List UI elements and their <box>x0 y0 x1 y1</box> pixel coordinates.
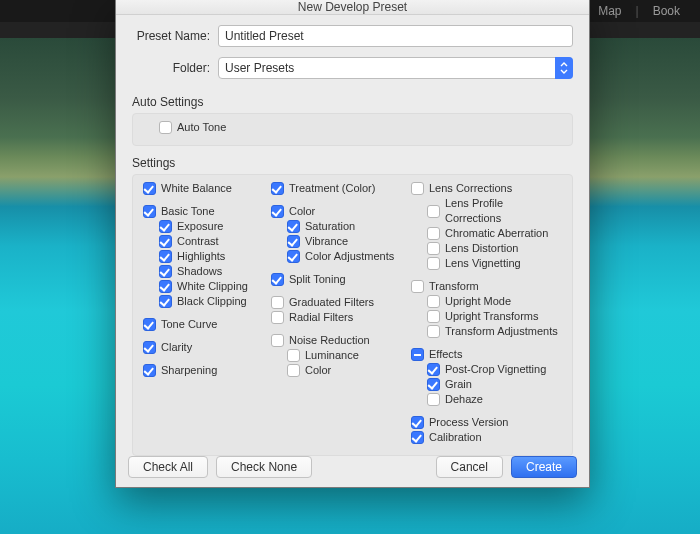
color-adjustments-checkbox[interactable]: Color Adjustments <box>271 249 405 264</box>
exposure-checkbox[interactable]: Exposure <box>143 219 265 234</box>
preset-name-label: Preset Name: <box>132 29 218 43</box>
white-balance-checkbox[interactable]: White Balance <box>143 181 265 196</box>
upright-mode-checkbox[interactable]: Upright Mode <box>411 294 562 309</box>
lens-corrections-checkbox[interactable]: Lens Corrections <box>411 181 562 196</box>
saturation-checkbox[interactable]: Saturation <box>271 219 405 234</box>
basic-tone-checkbox[interactable]: Basic Tone <box>143 204 265 219</box>
settings-label: Settings <box>132 156 573 170</box>
dehaze-checkbox[interactable]: Dehaze <box>411 392 562 407</box>
color-checkbox[interactable]: Color <box>271 204 405 219</box>
folder-label: Folder: <box>132 61 218 75</box>
tab-book[interactable]: Book <box>653 4 680 18</box>
noise-reduction-checkbox[interactable]: Noise Reduction <box>271 333 405 348</box>
black-clipping-checkbox[interactable]: Black Clipping <box>143 294 265 309</box>
folder-select-value: User Presets <box>225 61 294 75</box>
chromatic-checkbox[interactable]: Chromatic Aberration <box>411 226 562 241</box>
effects-checkbox[interactable]: Effects <box>411 347 562 362</box>
clarity-checkbox[interactable]: Clarity <box>143 340 265 355</box>
graduated-filters-checkbox[interactable]: Graduated Filters <box>271 295 405 310</box>
tab-map[interactable]: Map <box>598 4 621 18</box>
check-all-button[interactable]: Check All <box>128 456 208 478</box>
highlights-checkbox[interactable]: Highlights <box>143 249 265 264</box>
chevron-up-down-icon[interactable] <box>555 57 573 79</box>
create-button[interactable]: Create <box>511 456 577 478</box>
treatment-color-checkbox[interactable]: Treatment (Color) <box>271 181 405 196</box>
auto-tone-checkbox[interactable]: Auto Tone <box>159 120 226 135</box>
transform-adjustments-checkbox[interactable]: Transform Adjustments <box>411 324 562 339</box>
nr-color-checkbox[interactable]: Color <box>271 363 405 378</box>
tone-curve-checkbox[interactable]: Tone Curve <box>143 317 265 332</box>
auto-settings-label: Auto Settings <box>132 95 573 109</box>
white-clipping-checkbox[interactable]: White Clipping <box>143 279 265 294</box>
preset-name-input[interactable] <box>218 25 573 47</box>
sharpening-checkbox[interactable]: Sharpening <box>143 363 265 378</box>
transform-checkbox[interactable]: Transform <box>411 279 562 294</box>
check-none-button[interactable]: Check None <box>216 456 312 478</box>
radial-filters-checkbox[interactable]: Radial Filters <box>271 310 405 325</box>
folder-select[interactable]: User Presets <box>218 57 573 79</box>
split-toning-checkbox[interactable]: Split Toning <box>271 272 405 287</box>
distortion-checkbox[interactable]: Lens Distortion <box>411 241 562 256</box>
luminance-checkbox[interactable]: Luminance <box>271 348 405 363</box>
vibrance-checkbox[interactable]: Vibrance <box>271 234 405 249</box>
shadows-checkbox[interactable]: Shadows <box>143 264 265 279</box>
dialog-title: New Develop Preset <box>116 0 589 15</box>
vignetting-checkbox[interactable]: Lens Vignetting <box>411 256 562 271</box>
grain-checkbox[interactable]: Grain <box>411 377 562 392</box>
lens-profile-checkbox[interactable]: Lens Profile Corrections <box>411 196 562 226</box>
post-crop-vignetting-checkbox[interactable]: Post-Crop Vignetting <box>411 362 562 377</box>
contrast-checkbox[interactable]: Contrast <box>143 234 265 249</box>
process-version-checkbox[interactable]: Process Version <box>411 415 562 430</box>
new-develop-preset-dialog: New Develop Preset Preset Name: Folder: … <box>115 0 590 488</box>
cancel-button[interactable]: Cancel <box>436 456 503 478</box>
upright-transforms-checkbox[interactable]: Upright Transforms <box>411 309 562 324</box>
calibration-checkbox[interactable]: Calibration <box>411 430 562 445</box>
